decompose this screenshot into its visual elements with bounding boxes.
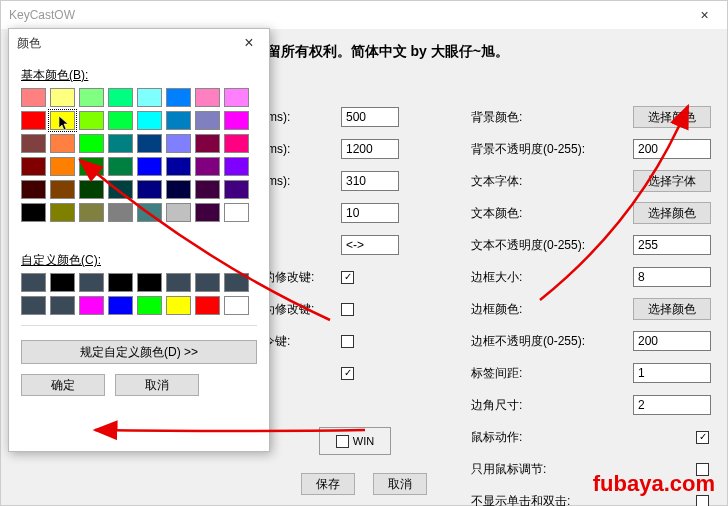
color-swatch[interactable]	[50, 157, 75, 176]
color-swatch[interactable]	[137, 157, 162, 176]
color-swatch[interactable]	[137, 180, 162, 199]
choose-button[interactable]: 选择颜色	[633, 298, 711, 320]
color-swatch[interactable]	[108, 180, 133, 199]
custom-color-swatch[interactable]	[166, 296, 191, 315]
custom-color-swatch[interactable]	[224, 273, 249, 292]
dialog-buttons: 确定 取消	[21, 374, 257, 396]
color-swatch[interactable]	[137, 134, 162, 153]
text-input[interactable]	[633, 395, 711, 415]
text-input[interactable]	[341, 139, 399, 159]
text-input[interactable]	[341, 235, 399, 255]
custom-color-swatch[interactable]	[21, 273, 46, 292]
text-input[interactable]	[633, 235, 711, 255]
color-swatch[interactable]	[224, 203, 249, 222]
color-swatch[interactable]	[79, 111, 104, 130]
custom-color-swatch[interactable]	[21, 296, 46, 315]
color-swatch[interactable]	[21, 180, 46, 199]
color-swatch[interactable]	[50, 134, 75, 153]
color-swatch[interactable]	[21, 111, 46, 130]
text-input[interactable]	[341, 171, 399, 191]
color-swatch[interactable]	[195, 157, 220, 176]
close-icon[interactable]: ×	[229, 29, 269, 57]
text-input[interactable]	[341, 203, 399, 223]
custom-color-swatch[interactable]	[79, 296, 104, 315]
custom-color-swatch[interactable]	[50, 296, 75, 315]
color-swatch[interactable]	[137, 88, 162, 107]
custom-color-swatch[interactable]	[195, 273, 220, 292]
choose-button[interactable]: 选择字体	[633, 170, 711, 192]
checkbox[interactable]	[341, 367, 354, 380]
cancel-button[interactable]: 取消	[115, 374, 199, 396]
checkbox[interactable]	[341, 335, 354, 348]
custom-color-swatch[interactable]	[137, 273, 162, 292]
color-swatch[interactable]	[79, 203, 104, 222]
field-label: 背景不透明度(0-255):	[471, 141, 601, 158]
custom-color-swatch[interactable]	[137, 296, 162, 315]
color-swatch[interactable]	[50, 88, 75, 107]
checkbox[interactable]	[341, 303, 354, 316]
choose-button[interactable]: 选择颜色	[633, 106, 711, 128]
custom-color-swatch[interactable]	[224, 296, 249, 315]
color-swatch[interactable]	[21, 203, 46, 222]
color-swatch[interactable]	[166, 88, 191, 107]
color-swatch[interactable]	[21, 134, 46, 153]
color-swatch[interactable]	[195, 203, 220, 222]
custom-color-swatch[interactable]	[108, 296, 133, 315]
custom-color-swatch[interactable]	[50, 273, 75, 292]
color-swatch[interactable]	[108, 111, 133, 130]
color-swatch[interactable]	[224, 111, 249, 130]
color-dialog-title: 颜色	[17, 35, 41, 52]
color-swatch[interactable]	[50, 203, 75, 222]
text-input[interactable]	[633, 267, 711, 287]
ok-button[interactable]: 确定	[21, 374, 105, 396]
color-swatch[interactable]	[50, 111, 75, 130]
close-icon[interactable]: ×	[682, 1, 727, 29]
color-swatch[interactable]	[108, 88, 133, 107]
color-swatch[interactable]	[195, 180, 220, 199]
color-swatch[interactable]	[137, 111, 162, 130]
color-swatch[interactable]	[224, 180, 249, 199]
custom-color-grid	[21, 273, 257, 315]
text-input[interactable]	[341, 107, 399, 127]
color-dialog-titlebar: 颜色 ×	[9, 29, 269, 57]
color-swatch[interactable]	[166, 111, 191, 130]
color-swatch[interactable]	[224, 157, 249, 176]
custom-color-swatch[interactable]	[195, 296, 220, 315]
color-swatch[interactable]	[166, 203, 191, 222]
color-swatch[interactable]	[166, 134, 191, 153]
custom-color-swatch[interactable]	[166, 273, 191, 292]
color-swatch[interactable]	[108, 157, 133, 176]
win-box[interactable]: WIN	[319, 427, 391, 455]
color-swatch[interactable]	[79, 157, 104, 176]
color-swatch[interactable]	[79, 180, 104, 199]
color-swatch[interactable]	[195, 134, 220, 153]
checkbox[interactable]	[696, 431, 709, 444]
text-input[interactable]	[633, 139, 711, 159]
choose-button[interactable]: 选择颜色	[633, 202, 711, 224]
text-input[interactable]	[633, 331, 711, 351]
define-custom-color-button[interactable]: 规定自定义颜色(D) >>	[21, 340, 257, 364]
color-swatch[interactable]	[21, 88, 46, 107]
cancel-button[interactable]: 取消	[373, 473, 427, 495]
text-input[interactable]	[633, 363, 711, 383]
save-button[interactable]: 保存	[301, 473, 355, 495]
color-swatch[interactable]	[224, 134, 249, 153]
color-swatch[interactable]	[79, 134, 104, 153]
custom-color-swatch[interactable]	[79, 273, 104, 292]
checkbox[interactable]	[341, 271, 354, 284]
divider	[21, 325, 257, 326]
left-column: 识(ms):间(ms):间(ms):示:立的修改键:作为修改键:命令键:复:	[251, 105, 451, 393]
color-swatch[interactable]	[195, 111, 220, 130]
color-swatch[interactable]	[137, 203, 162, 222]
color-swatch[interactable]	[166, 180, 191, 199]
color-swatch[interactable]	[224, 88, 249, 107]
color-swatch[interactable]	[108, 203, 133, 222]
color-swatch[interactable]	[166, 157, 191, 176]
color-swatch[interactable]	[21, 157, 46, 176]
color-swatch[interactable]	[50, 180, 75, 199]
color-swatch[interactable]	[79, 88, 104, 107]
color-swatch[interactable]	[108, 134, 133, 153]
win-checkbox[interactable]	[336, 435, 349, 448]
color-swatch[interactable]	[195, 88, 220, 107]
custom-color-swatch[interactable]	[108, 273, 133, 292]
